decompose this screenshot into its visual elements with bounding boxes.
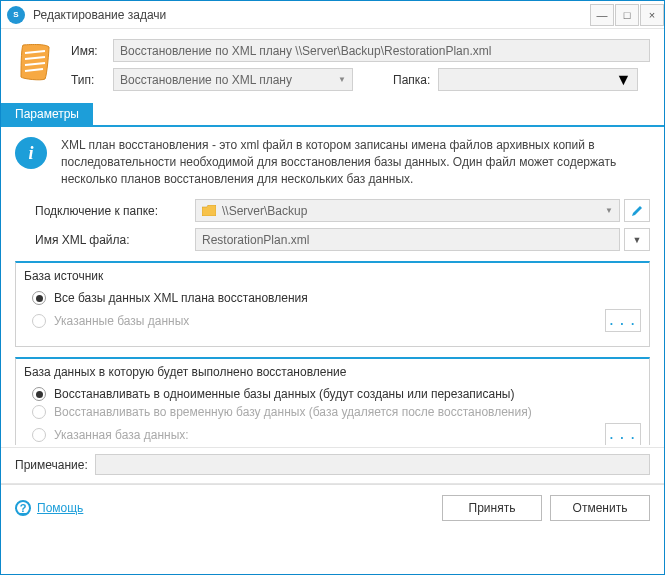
document-icon <box>15 41 57 83</box>
note-input[interactable] <box>95 454 650 475</box>
radio-selected-label: Указанные базы данных <box>54 314 189 328</box>
info-icon: i <box>15 137 47 169</box>
edit-connection-button[interactable] <box>624 199 650 222</box>
tabstrip: Параметры <box>1 103 664 127</box>
folder-icon <box>202 205 216 216</box>
close-button[interactable]: × <box>640 4 664 26</box>
radio-specified-label: Указанная база данных: <box>54 428 189 442</box>
folder-select[interactable]: ▼ <box>438 68 638 91</box>
note-label: Примечание: <box>15 458 95 472</box>
pencil-icon <box>630 204 644 218</box>
name-input[interactable] <box>113 39 650 62</box>
chevron-down-icon: ▼ <box>615 71 631 89</box>
radio-all-label: Все базы данных XML плана восстановления <box>54 291 308 305</box>
connection-value: \\Server\Backup <box>222 204 307 218</box>
cancel-button[interactable]: Отменить <box>550 495 650 521</box>
xml-name-value: RestorationPlan.xml <box>202 233 309 247</box>
content-panel: i XML план восстановления - это xml файл… <box>1 127 664 445</box>
header: Имя: Тип: Восстановление по XML плану ▼ … <box>1 29 664 103</box>
chevron-down-icon: ▼ <box>605 206 613 215</box>
chevron-down-icon: ▼ <box>338 75 346 84</box>
xml-dropdown-button[interactable]: ▼ <box>624 228 650 251</box>
maximize-button[interactable]: □ <box>615 4 639 26</box>
minimize-button[interactable]: — <box>590 4 614 26</box>
help-icon: ? <box>15 500 31 516</box>
radio-specified-db[interactable] <box>32 428 46 442</box>
radio-temp-db[interactable] <box>32 405 46 419</box>
chevron-down-icon: ▼ <box>633 235 642 245</box>
help-link[interactable]: ? Помощь <box>15 500 83 516</box>
select-target-button[interactable]: . . . <box>605 423 641 445</box>
help-label: Помощь <box>37 501 83 515</box>
connection-select[interactable]: \\Server\Backup ▼ <box>195 199 620 222</box>
note-row: Примечание: <box>1 448 664 481</box>
titlebar: S Редактирование задачи — □ × <box>1 1 664 29</box>
radio-all-databases[interactable] <box>32 291 46 305</box>
type-label: Тип: <box>71 73 113 87</box>
tab-parameters[interactable]: Параметры <box>1 103 93 125</box>
group-source-title: База источник <box>24 269 641 283</box>
connection-label: Подключение к папке: <box>15 204 195 218</box>
radio-same-name[interactable] <box>32 387 46 401</box>
type-value: Восстановление по XML плану <box>120 73 292 87</box>
accept-button[interactable]: Принять <box>442 495 542 521</box>
group-target: База данных в которую будет выполнено во… <box>15 357 650 445</box>
radio-selected-databases[interactable] <box>32 314 46 328</box>
info-text: XML план восстановления - это xml файл в… <box>61 137 650 187</box>
name-label: Имя: <box>71 44 113 58</box>
footer: ? Помощь Принять Отменить <box>1 484 664 531</box>
xml-name-input[interactable]: RestorationPlan.xml <box>195 228 620 251</box>
type-select[interactable]: Восстановление по XML плану ▼ <box>113 68 353 91</box>
radio-temp-label: Восстанавливать во временную базу данных… <box>54 405 532 419</box>
group-source: База источник Все базы данных XML плана … <box>15 261 650 347</box>
group-target-title: База данных в которую будет выполнено во… <box>24 365 641 379</box>
radio-same-label: Восстанавливать в одноименные базы данны… <box>54 387 514 401</box>
select-databases-button[interactable]: . . . <box>605 309 641 332</box>
xml-name-label: Имя XML файла: <box>15 233 195 247</box>
window-title: Редактирование задачи <box>33 8 589 22</box>
app-icon: S <box>7 6 25 24</box>
folder-label: Папка: <box>393 73 430 87</box>
